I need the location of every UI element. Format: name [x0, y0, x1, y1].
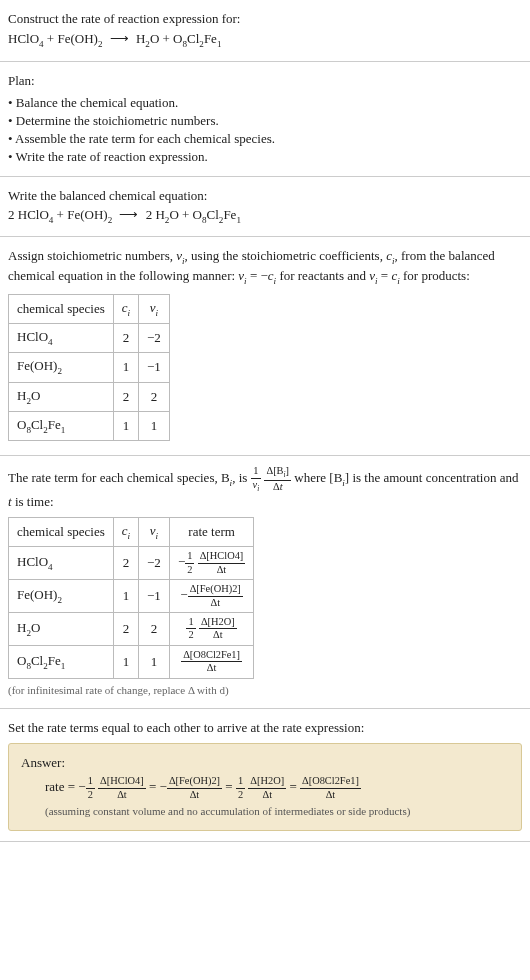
rt-text-5: is time:	[12, 494, 54, 509]
sign: −	[178, 554, 185, 569]
den: Δt	[98, 789, 146, 800]
sp: O	[31, 620, 40, 635]
rateterm-cell: Δ[O8Cl2Fe1]Δt	[169, 645, 253, 678]
unbalanced-equation: HClO4 + Fe(OH)2 ⟶ H2O + O8Cl2Fe1	[8, 30, 522, 50]
frac-t2: Δ[Fe(OH)2]Δt	[167, 776, 222, 800]
balanced-equation: 2 HClO4 + Fe(OH)2 ⟶ 2 H2O + O8Cl2Fe1	[8, 206, 522, 226]
ci-cell: 2	[113, 547, 138, 580]
num: Δ[O8Cl2Fe1]	[181, 650, 242, 662]
num-a: Δ[B	[266, 465, 283, 476]
sp: Fe(OH)	[17, 587, 57, 602]
num: Δ[H2O]	[199, 617, 237, 629]
balanced-title: Write the balanced chemical equation:	[8, 187, 522, 205]
arrow-icon: ⟶	[106, 30, 133, 48]
rt-text-1: The rate term for each chemical species,…	[8, 471, 230, 486]
rateterm-cell: −12 Δ[HClO4]Δt	[169, 547, 253, 580]
rateterm-intro: The rate term for each chemical species,…	[8, 466, 522, 511]
nui-sub: i	[156, 307, 159, 317]
num: Δ[Bi]	[264, 466, 291, 481]
species-cell: HClO4	[9, 547, 114, 580]
ci-cell: 2	[113, 613, 138, 646]
table-row: H2O 2 2 12 Δ[H2O]Δt	[9, 613, 254, 646]
species-cell: O8Cl2Fe1	[9, 645, 114, 678]
frac-half: 12	[185, 551, 194, 575]
rel-text: for reactants and	[276, 268, 369, 283]
col-rateterm: rate term	[169, 518, 253, 547]
b-s6: 1	[236, 214, 241, 224]
sp: Cl	[31, 417, 43, 432]
plan-item: Assemble the rate term for each chemical…	[8, 130, 522, 148]
rel2-eq: =	[378, 268, 392, 283]
sp: HClO	[17, 329, 48, 344]
species-cell: Fe(OH)2	[9, 353, 114, 382]
plan-item: Write the rate of reaction expression.	[8, 148, 522, 166]
nui-cell: 2	[139, 382, 170, 411]
num: Δ[H2O]	[248, 776, 286, 788]
num: 1	[186, 617, 195, 629]
den-b: t	[280, 481, 283, 492]
num: 1	[251, 466, 262, 478]
b-plus: + Fe(OH)	[53, 207, 107, 222]
product-1b: O + O	[150, 31, 183, 46]
plan-item: Balance the chemical equation.	[8, 94, 522, 112]
plan-title: Plan:	[8, 72, 522, 90]
sp: O	[31, 388, 40, 403]
sp: Cl	[31, 653, 43, 668]
arrow-icon: ⟶	[115, 206, 142, 224]
stoich-text-2: , using the stoichiometric coefficients,	[185, 248, 387, 263]
den: Δt	[248, 789, 286, 800]
frac-t3: Δ[H2O]Δt	[248, 776, 286, 800]
sp-sub: 2	[57, 595, 62, 605]
sp: H	[17, 388, 26, 403]
num-b: ]	[286, 465, 289, 476]
frac-half: 12	[86, 776, 95, 800]
den: Δt	[199, 629, 237, 640]
table-row: O8Cl2Fe111	[9, 411, 170, 440]
stoich-intro: Assign stoichiometric numbers, νi, using…	[8, 247, 522, 288]
reactant-2: Fe(OH)	[57, 31, 97, 46]
ci-cell: 2	[113, 382, 138, 411]
final-title: Set the rate terms equal to each other t…	[8, 719, 522, 737]
den: νi	[251, 479, 262, 493]
col-ci: ci	[113, 518, 138, 547]
den-a: Δ	[273, 481, 280, 492]
sp-sub: 4	[48, 336, 53, 346]
species-cell: O8Cl2Fe1	[9, 411, 114, 440]
ci-sub: i	[128, 531, 131, 541]
table-row: O8Cl2Fe1 1 1 Δ[O8Cl2Fe1]Δt	[9, 645, 254, 678]
table-row: H2O22	[9, 382, 170, 411]
table-row: HClO42−2	[9, 323, 170, 352]
product-1a: H	[136, 31, 145, 46]
b-c6: Fe	[223, 207, 236, 222]
ci-cell: 2	[113, 323, 138, 352]
final-section: Set the rate terms equal to each other t…	[0, 709, 530, 842]
stoich-table: chemical species ci νi HClO42−2 Fe(OH)21…	[8, 294, 170, 442]
frac-conc: Δ[Fe(OH)2]Δt	[188, 584, 243, 608]
nui-cell: −2	[139, 547, 170, 580]
answer-equation: rate = −12 Δ[HClO4]Δt = −Δ[Fe(OH)2]Δt = …	[21, 776, 509, 800]
product-2a: Cl	[187, 31, 199, 46]
minus: −	[160, 779, 167, 794]
sign: −	[180, 587, 187, 602]
species-cell: H2O	[9, 382, 114, 411]
b-c1: 2 HClO	[8, 207, 49, 222]
den: Δt	[264, 481, 291, 492]
sp-sub: 4	[48, 562, 53, 572]
eq: =	[289, 779, 296, 794]
rt-text-3: where [B	[294, 471, 342, 486]
frac-dbi-dt: Δ[Bi]Δt	[264, 466, 291, 493]
den: 2	[86, 789, 95, 800]
col-species: chemical species	[9, 294, 114, 323]
den: 2	[185, 564, 194, 575]
rateterm-section: The rate term for each chemical species,…	[0, 456, 530, 709]
num: 1	[185, 551, 194, 563]
nui-cell: −1	[139, 580, 170, 613]
num: Δ[Fe(OH)2]	[188, 584, 243, 596]
sp-sub: 1	[61, 660, 66, 670]
reactant-2-sub: 2	[98, 39, 103, 49]
table-row: chemical species ci νi rate term	[9, 518, 254, 547]
frac-half: 12	[236, 776, 245, 800]
rt-text-4: ] is the amount concentration and	[345, 471, 519, 486]
sp: Fe	[48, 653, 61, 668]
product-2b: Fe	[204, 31, 217, 46]
